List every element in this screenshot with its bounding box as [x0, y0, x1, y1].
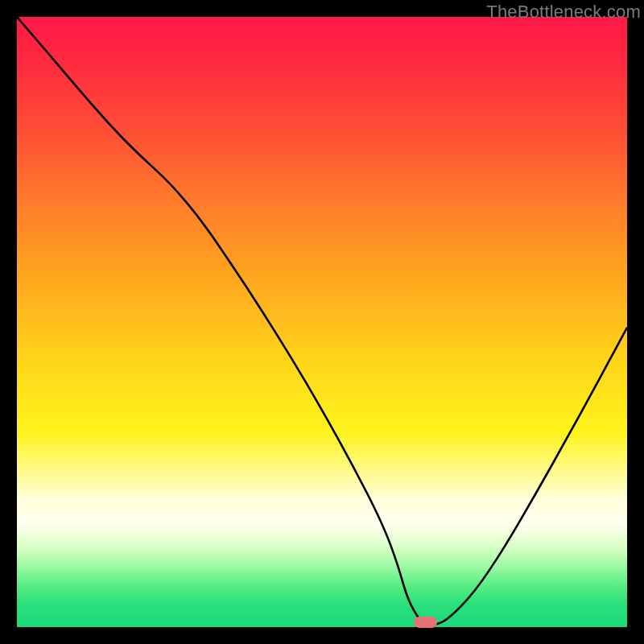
chart-container: TheBottleneck.com: [0, 0, 644, 644]
optimal-marker: [414, 617, 437, 628]
watermark-text: TheBottleneck.com: [486, 2, 641, 23]
bottleneck-curve: [17, 17, 627, 627]
curve-path: [17, 17, 627, 625]
